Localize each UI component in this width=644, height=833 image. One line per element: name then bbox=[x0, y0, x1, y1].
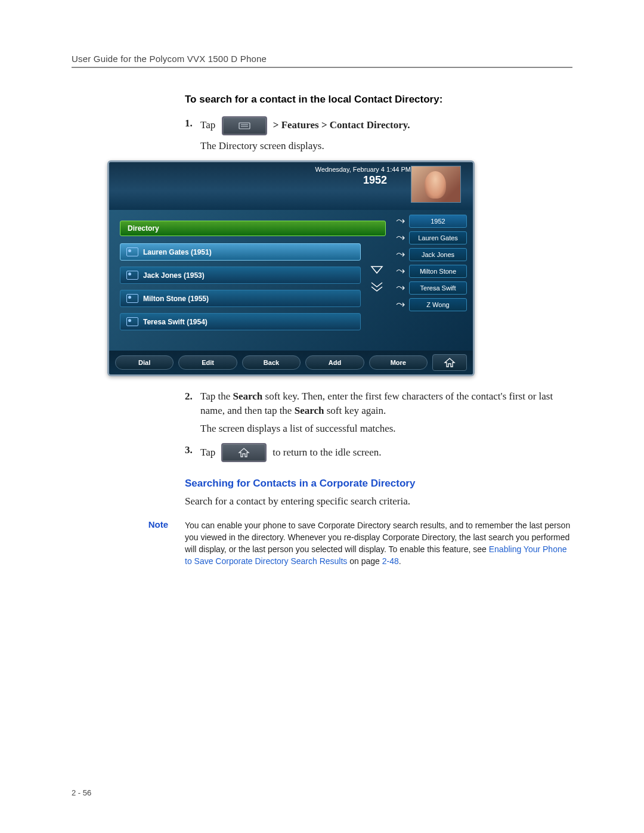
page-number: 2 - 56 bbox=[72, 788, 91, 797]
directory-title: Directory bbox=[120, 221, 386, 236]
contact-row[interactable]: Lauren Gates (1951) bbox=[120, 243, 361, 261]
note-label: Note bbox=[138, 519, 168, 529]
step-result: The Directory screen displays. bbox=[200, 140, 572, 152]
line-key[interactable]: Teresa Swift bbox=[395, 281, 467, 295]
section-heading: To search for a contact in the local Con… bbox=[185, 94, 572, 106]
step-number: 3. bbox=[185, 443, 200, 457]
contact-row[interactable]: Jack Jones (1953) bbox=[120, 267, 361, 284]
softkey-back[interactable]: Back bbox=[242, 355, 301, 370]
contact-row[interactable]: Milton Stone (1955) bbox=[120, 290, 361, 307]
softkey-edit[interactable]: Edit bbox=[178, 355, 237, 370]
phone-datetime: Wednesday, February 4 1:44 PM bbox=[315, 166, 411, 173]
scroll-end-icon[interactable] bbox=[369, 280, 385, 293]
header-divider bbox=[72, 67, 572, 68]
softkey-add[interactable]: Add bbox=[305, 355, 364, 370]
contact-name: Lauren Gates (1951) bbox=[143, 248, 212, 256]
line-key-label: Jack Jones bbox=[409, 248, 467, 261]
line-key-label: Milton Stone bbox=[409, 265, 467, 278]
step-3: 3. Tap to return to the idle screen. bbox=[185, 443, 572, 462]
handset-icon bbox=[395, 234, 406, 242]
step-1: 1. Tap > Features > Contact Directory. bbox=[185, 116, 572, 135]
step-number: 1. bbox=[185, 116, 200, 131]
step-text: to return to the idle screen. bbox=[273, 445, 381, 460]
step-number: 2. bbox=[185, 389, 200, 404]
step-result: The screen displays a list of successful… bbox=[200, 423, 572, 435]
contact-card-icon bbox=[126, 271, 138, 280]
contact-card-icon bbox=[126, 294, 138, 303]
step-2: 2. Tap the Search soft key. Then, enter … bbox=[185, 389, 572, 418]
svg-rect-0 bbox=[239, 123, 250, 129]
line-key[interactable]: Milton Stone bbox=[395, 265, 467, 278]
line-key-label: Z Wong bbox=[409, 298, 467, 311]
handset-icon bbox=[395, 217, 406, 225]
line-key[interactable]: Jack Jones bbox=[395, 248, 467, 261]
contact-name: Milton Stone (1955) bbox=[143, 295, 209, 303]
body-text: Search for a contact by entering specifi… bbox=[185, 496, 572, 507]
note-block: Note You can enable your phone to save C… bbox=[185, 519, 572, 568]
home-softkey[interactable] bbox=[432, 354, 467, 371]
doc-header: User Guide for the Polycom VVX 1500 D Ph… bbox=[72, 54, 572, 64]
line-key-label: 1952 bbox=[409, 215, 467, 228]
handset-icon bbox=[395, 250, 406, 259]
step-text: Tap bbox=[200, 445, 215, 460]
phone-screenshot: Wednesday, February 4 1:44 PM 1952 Direc… bbox=[107, 160, 475, 376]
contact-card-icon bbox=[126, 317, 138, 326]
contact-name: Jack Jones (1953) bbox=[143, 271, 205, 280]
menu-path: > Features > Contact Directory. bbox=[273, 119, 410, 131]
handset-icon bbox=[395, 284, 406, 292]
line-key-label: Lauren Gates bbox=[409, 231, 467, 244]
menu-icon-button bbox=[222, 116, 267, 135]
line-key[interactable]: Z Wong bbox=[395, 298, 467, 311]
phone-extension: 1952 bbox=[133, 174, 387, 187]
home-icon-button bbox=[221, 443, 267, 462]
scroll-down-icon[interactable] bbox=[369, 264, 385, 277]
softkey-more[interactable]: More bbox=[369, 355, 428, 370]
handset-icon bbox=[395, 301, 406, 309]
subsection-heading: Searching for Contacts in a Corporate Di… bbox=[185, 478, 572, 490]
line-key[interactable]: Lauren Gates bbox=[395, 231, 467, 244]
contact-card-icon bbox=[126, 247, 138, 256]
handset-icon bbox=[395, 267, 406, 275]
step-text: Tap bbox=[200, 119, 215, 131]
link-page-ref[interactable]: 2-48 bbox=[382, 556, 399, 566]
avatar bbox=[411, 166, 461, 203]
line-key-label: Teresa Swift bbox=[409, 281, 467, 295]
phone-statusbar: Wednesday, February 4 1:44 PM 1952 bbox=[109, 162, 473, 210]
contact-row[interactable]: Teresa Swift (1954) bbox=[120, 313, 361, 330]
softkey-dial[interactable]: Dial bbox=[115, 355, 174, 370]
contact-name: Teresa Swift (1954) bbox=[143, 318, 208, 326]
line-key[interactable]: 1952 bbox=[395, 215, 467, 228]
